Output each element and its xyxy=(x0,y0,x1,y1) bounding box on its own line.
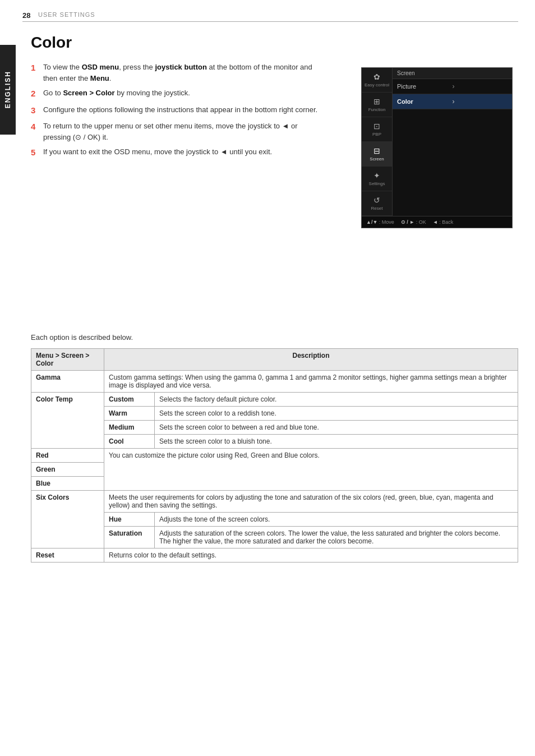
table-row: Six Colors Meets the user requirements f… xyxy=(31,490,518,512)
table-row: Hue Adjusts the tone of the screen color… xyxy=(31,512,518,526)
table-row: Saturation Adjusts the saturation of the… xyxy=(31,526,518,548)
pbp-label: PBP xyxy=(372,132,381,137)
easy-control-label: Easy control xyxy=(365,82,389,87)
col1-header: Menu > Screen > Color xyxy=(31,348,104,370)
table-row: Color Temp Custom Selects the factory de… xyxy=(31,392,518,406)
desc-cell-reset: Returns color to the default settings. xyxy=(104,548,518,562)
table-row: Red You can customize the picture color … xyxy=(31,448,518,462)
description-section: Each option is described below. Menu > S… xyxy=(31,333,518,563)
osd-icon-settings: ✦ Settings xyxy=(362,167,392,191)
description-table: Menu > Screen > Color Description Gamma … xyxy=(31,348,518,563)
menu-cell-gamma: Gamma xyxy=(31,370,104,392)
instruction-num-4: 4 xyxy=(31,121,43,142)
desc-cell-rgb: You can customize the picture color usin… xyxy=(104,448,518,490)
menu-cell-green: Green xyxy=(31,462,104,476)
menu-cell-color-temp: Color Temp xyxy=(31,392,104,448)
sub-cell-hue: Hue xyxy=(104,512,155,526)
menu-cell-reset: Reset xyxy=(31,548,104,562)
osd-screen-header: Screen xyxy=(393,68,512,79)
picture-chevron: › xyxy=(453,82,508,90)
instruction-2: 2 Go to Screen > Color by moving the joy… xyxy=(31,87,322,100)
instruction-text-4: To return to the upper menu or set other… xyxy=(43,121,322,142)
osd-icon-screen: ⊟ Screen xyxy=(362,142,392,167)
side-tab: ENGLISH xyxy=(0,45,16,135)
table-row: Reset Returns color to the default setti… xyxy=(31,548,518,562)
osd-left-icons: ✿ Easy control ⊞ Function ⊡ PBP ⊟ Screen xyxy=(362,68,393,216)
osd-menu: ✿ Easy control ⊞ Function ⊡ PBP ⊟ Screen xyxy=(361,67,513,228)
sub-cell-warm: Warm xyxy=(104,406,155,420)
osd-icon-easy-control: ✿ Easy control xyxy=(362,68,392,93)
desc-cell-cool: Sets the screen color to a bluish tone. xyxy=(155,434,518,448)
sub-cell-custom: Custom xyxy=(104,392,155,406)
col2-header: Description xyxy=(104,348,518,370)
osd-screenshot: ✿ Easy control ⊞ Function ⊡ PBP ⊟ Screen xyxy=(361,67,518,228)
menu-cell-red: Red xyxy=(31,448,104,462)
instruction-text-5: If you want to exit the OSD menu, move t… xyxy=(43,146,272,159)
sub-cell-cool: Cool xyxy=(104,434,155,448)
instruction-text-2: Go to Screen > Color by moving the joyst… xyxy=(43,87,190,100)
menu-cell-six-colors: Six Colors xyxy=(31,490,104,548)
easy-control-icon: ✿ xyxy=(373,72,380,81)
desc-cell-medium: Sets the screen color to between a red a… xyxy=(155,420,518,434)
instruction-5: 5 If you want to exit the OSD menu, move… xyxy=(31,146,322,159)
instruction-3: 3 Configure the options following the in… xyxy=(31,104,322,117)
desc-cell-custom: Selects the factory default picture colo… xyxy=(155,392,518,406)
instruction-1: 1 To view the OSD menu, press the joysti… xyxy=(31,62,322,84)
osd-sidebar: ✿ Easy control ⊞ Function ⊡ PBP ⊟ Screen xyxy=(362,68,512,216)
osd-color-item: Color › xyxy=(393,94,512,109)
desc-cell-six-colors: Meets the user requirements for colors b… xyxy=(104,490,518,512)
desc-cell-warm: Sets the screen color to a reddish tone. xyxy=(155,406,518,420)
desc-cell-saturation: Adjusts the saturation of the screen col… xyxy=(155,526,518,548)
reset-icon: ↺ xyxy=(373,196,380,205)
instruction-num-3: 3 xyxy=(31,104,43,117)
screen-label: Screen xyxy=(370,156,384,162)
osd-color-label: Color xyxy=(397,98,453,105)
settings-icon: ✦ xyxy=(373,171,380,180)
osd-picture-item: Picture › xyxy=(393,79,512,94)
desc-cell-gamma: Custom gamma settings: When using the ga… xyxy=(104,370,518,392)
instruction-num-5: 5 xyxy=(31,146,43,159)
side-tab-label: ENGLISH xyxy=(4,71,12,108)
settings-label: Settings xyxy=(369,181,385,186)
instruction-text-1: To view the OSD menu, press the joystick… xyxy=(43,62,322,84)
pbp-icon: ⊡ xyxy=(373,122,380,131)
instruction-num-1: 1 xyxy=(31,62,43,84)
main-content: Color 1 To view the OSD menu, press the … xyxy=(31,34,518,563)
table-row: Medium Sets the screen color to between … xyxy=(31,420,518,434)
osd-move-hint: ▲/▼ : Move xyxy=(366,219,394,225)
color-chevron: › xyxy=(453,98,508,105)
osd-right-menu: Screen Picture › Color › xyxy=(393,68,512,216)
top-rule xyxy=(22,21,518,22)
osd-back-hint: ◄ : Back xyxy=(433,219,453,225)
instruction-4: 4 To return to the upper menu or set oth… xyxy=(31,121,322,142)
instruction-text-3: Configure the options following the inst… xyxy=(43,104,317,117)
table-header-row: Menu > Screen > Color Description xyxy=(31,348,518,370)
desc-intro: Each option is described below. xyxy=(31,333,518,342)
osd-bottom-bar: ▲/▼ : Move ⊙ / ► : OK ◄ : Back xyxy=(362,216,512,228)
osd-picture-label: Picture xyxy=(397,83,453,90)
function-icon: ⊞ xyxy=(373,97,380,106)
sub-cell-medium: Medium xyxy=(104,420,155,434)
osd-icon-reset: ↺ Reset xyxy=(362,191,392,216)
screen-icon: ⊟ xyxy=(373,146,380,155)
instruction-num-2: 2 xyxy=(31,87,43,100)
osd-ok-hint: ⊙ / ► : OK xyxy=(401,219,426,225)
menu-cell-blue: Blue xyxy=(31,476,104,490)
page-number: 28 xyxy=(22,11,30,20)
osd-icon-pbp: ⊡ PBP xyxy=(362,117,392,142)
page-section: USER SETTINGS xyxy=(38,11,95,18)
table-row: Cool Sets the screen color to a bluish t… xyxy=(31,434,518,448)
osd-empty-area xyxy=(393,109,512,199)
sub-cell-saturation: Saturation xyxy=(104,526,155,548)
function-label: Function xyxy=(368,107,386,112)
desc-cell-hue: Adjusts the tone of the screen colors. xyxy=(155,512,518,526)
page-title: Color xyxy=(31,34,518,52)
reset-nav-label: Reset xyxy=(371,206,383,211)
table-row: Warm Sets the screen color to a reddish … xyxy=(31,406,518,420)
table-row: Gamma Custom gamma settings: When using … xyxy=(31,370,518,392)
osd-icon-function: ⊞ Function xyxy=(362,93,392,117)
